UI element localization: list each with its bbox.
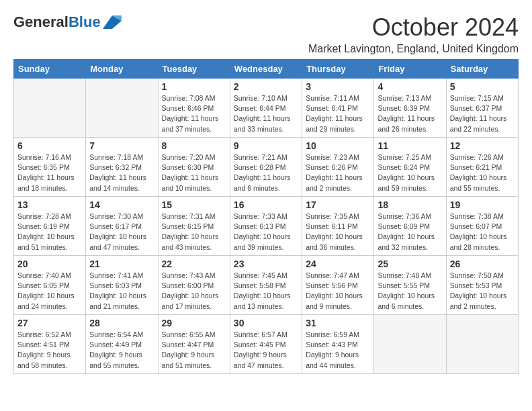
- day-info: Sunrise: 6:54 AMSunset: 4:49 PMDaylight:…: [89, 330, 154, 371]
- header-saturday: Saturday: [446, 60, 518, 79]
- calendar-cell-day-10: 10Sunrise: 7:23 AMSunset: 6:26 PMDayligh…: [302, 138, 374, 197]
- calendar-cell-day-16: 16Sunrise: 7:33 AMSunset: 6:13 PMDayligh…: [230, 197, 302, 256]
- day-info: Sunrise: 7:45 AMSunset: 5:58 PMDaylight:…: [234, 271, 298, 312]
- day-info: Sunrise: 7:16 AMSunset: 6:35 PMDaylight:…: [17, 152, 82, 193]
- day-number: 2: [234, 81, 298, 92]
- calendar-cell-day-31: 31Sunrise: 6:59 AMSunset: 4:43 PMDayligh…: [302, 315, 374, 374]
- header-thursday: Thursday: [302, 60, 374, 79]
- logo-icon: [103, 15, 122, 29]
- day-info: Sunrise: 7:31 AMSunset: 6:15 PMDaylight:…: [162, 212, 226, 253]
- header-friday: Friday: [374, 60, 446, 79]
- day-info: Sunrise: 7:35 AMSunset: 6:11 PMDaylight:…: [306, 212, 370, 253]
- empty-cell: [446, 315, 518, 374]
- calendar-cell-day-15: 15Sunrise: 7:31 AMSunset: 6:15 PMDayligh…: [158, 197, 230, 256]
- day-number: 16: [234, 199, 298, 210]
- calendar-cell-day-2: 2Sunrise: 7:10 AMSunset: 6:44 PMDaylight…: [230, 79, 302, 138]
- day-info: Sunrise: 7:08 AMSunset: 6:46 PMDaylight:…: [162, 93, 226, 134]
- calendar-cell-day-6: 6Sunrise: 7:16 AMSunset: 6:35 PMDaylight…: [14, 138, 86, 197]
- day-info: Sunrise: 7:40 AMSunset: 6:05 PMDaylight:…: [17, 271, 82, 312]
- day-info: Sunrise: 7:20 AMSunset: 6:30 PMDaylight:…: [162, 152, 226, 193]
- calendar-cell-day-25: 25Sunrise: 7:48 AMSunset: 5:55 PMDayligh…: [374, 256, 446, 315]
- day-number: 30: [234, 318, 298, 328]
- calendar-cell-day-23: 23Sunrise: 7:45 AMSunset: 5:58 PMDayligh…: [230, 256, 302, 315]
- empty-cell: [374, 315, 446, 374]
- day-number: 18: [378, 199, 442, 210]
- day-info: Sunrise: 6:55 AMSunset: 4:47 PMDaylight:…: [162, 330, 226, 371]
- day-info: Sunrise: 7:11 AMSunset: 6:41 PMDaylight:…: [306, 93, 370, 134]
- calendar-page: General Blue October 2024 Market Lavingt…: [0, 0, 532, 381]
- day-number: 1: [162, 81, 226, 92]
- day-number: 20: [17, 259, 82, 269]
- day-info: Sunrise: 7:13 AMSunset: 6:39 PMDaylight:…: [378, 93, 442, 134]
- day-number: 10: [306, 140, 370, 151]
- day-number: 25: [378, 259, 442, 269]
- header-monday: Monday: [86, 60, 158, 79]
- header-tuesday: Tuesday: [158, 60, 230, 79]
- calendar-cell-day-8: 8Sunrise: 7:20 AMSunset: 6:30 PMDaylight…: [158, 138, 230, 197]
- day-number: 21: [89, 259, 154, 269]
- calendar-cell-day-21: 21Sunrise: 7:41 AMSunset: 6:03 PMDayligh…: [86, 256, 158, 315]
- day-info: Sunrise: 7:26 AMSunset: 6:21 PMDaylight:…: [450, 152, 515, 193]
- day-info: Sunrise: 7:36 AMSunset: 6:09 PMDaylight:…: [378, 212, 442, 253]
- calendar-cell-day-5: 5Sunrise: 7:15 AMSunset: 6:37 PMDaylight…: [446, 79, 518, 138]
- title-block: October 2024 Market Lavington, England, …: [308, 13, 519, 55]
- day-info: Sunrise: 7:18 AMSunset: 6:32 PMDaylight:…: [89, 152, 154, 193]
- header-sunday: Sunday: [14, 60, 86, 79]
- calendar-table: SundayMondayTuesdayWednesdayThursdayFrid…: [13, 59, 519, 374]
- header-wednesday: Wednesday: [230, 60, 302, 79]
- calendar-cell-day-26: 26Sunrise: 7:50 AMSunset: 5:53 PMDayligh…: [446, 256, 518, 315]
- calendar-cell-day-28: 28Sunrise: 6:54 AMSunset: 4:49 PMDayligh…: [86, 315, 158, 374]
- day-number: 22: [162, 259, 226, 269]
- month-title: October 2024: [308, 13, 519, 42]
- day-info: Sunrise: 7:10 AMSunset: 6:44 PMDaylight:…: [234, 93, 298, 134]
- day-info: Sunrise: 7:50 AMSunset: 5:53 PMDaylight:…: [450, 271, 515, 312]
- day-number: 13: [17, 199, 82, 210]
- calendar-cell-day-3: 3Sunrise: 7:11 AMSunset: 6:41 PMDaylight…: [302, 79, 374, 138]
- day-info: Sunrise: 7:30 AMSunset: 6:17 PMDaylight:…: [89, 212, 154, 253]
- calendar-cell-day-11: 11Sunrise: 7:25 AMSunset: 6:24 PMDayligh…: [374, 138, 446, 197]
- day-info: Sunrise: 7:15 AMSunset: 6:37 PMDaylight:…: [450, 93, 515, 134]
- day-number: 31: [306, 318, 370, 328]
- day-number: 17: [306, 199, 370, 210]
- calendar-cell-day-1: 1Sunrise: 7:08 AMSunset: 6:46 PMDaylight…: [158, 79, 230, 138]
- day-number: 23: [234, 259, 298, 269]
- calendar-cell-day-4: 4Sunrise: 7:13 AMSunset: 6:39 PMDaylight…: [374, 79, 446, 138]
- day-info: Sunrise: 6:59 AMSunset: 4:43 PMDaylight:…: [306, 330, 370, 371]
- page-header: General Blue October 2024 Market Lavingt…: [13, 13, 519, 55]
- day-number: 26: [450, 259, 515, 269]
- day-number: 5: [450, 81, 515, 92]
- day-number: 4: [378, 81, 442, 92]
- logo: General Blue: [13, 13, 122, 31]
- logo-general: General: [13, 13, 69, 31]
- calendar-cell-day-14: 14Sunrise: 7:30 AMSunset: 6:17 PMDayligh…: [86, 197, 158, 256]
- day-number: 14: [89, 199, 154, 210]
- day-number: 24: [306, 259, 370, 269]
- calendar-cell-day-9: 9Sunrise: 7:21 AMSunset: 6:28 PMDaylight…: [230, 138, 302, 197]
- day-info: Sunrise: 7:33 AMSunset: 6:13 PMDaylight:…: [234, 212, 298, 253]
- day-info: Sunrise: 7:41 AMSunset: 6:03 PMDaylight:…: [89, 271, 154, 312]
- day-info: Sunrise: 7:43 AMSunset: 6:00 PMDaylight:…: [162, 271, 226, 312]
- calendar-cell-day-13: 13Sunrise: 7:28 AMSunset: 6:19 PMDayligh…: [14, 197, 86, 256]
- day-info: Sunrise: 7:28 AMSunset: 6:19 PMDaylight:…: [17, 212, 82, 253]
- calendar-week-row: 27Sunrise: 6:52 AMSunset: 4:51 PMDayligh…: [14, 315, 519, 374]
- day-info: Sunrise: 6:52 AMSunset: 4:51 PMDaylight:…: [17, 330, 82, 371]
- calendar-cell-day-22: 22Sunrise: 7:43 AMSunset: 6:00 PMDayligh…: [158, 256, 230, 315]
- day-info: Sunrise: 7:21 AMSunset: 6:28 PMDaylight:…: [234, 152, 298, 193]
- logo-blue-text: Blue: [69, 13, 101, 31]
- day-number: 6: [17, 140, 82, 151]
- calendar-week-row: 13Sunrise: 7:28 AMSunset: 6:19 PMDayligh…: [14, 197, 519, 256]
- day-number: 19: [450, 199, 515, 210]
- day-info: Sunrise: 7:48 AMSunset: 5:55 PMDaylight:…: [378, 271, 442, 312]
- location: Market Lavington, England, United Kingdo…: [308, 43, 519, 55]
- calendar-cell-day-18: 18Sunrise: 7:36 AMSunset: 6:09 PMDayligh…: [374, 197, 446, 256]
- calendar-week-row: 6Sunrise: 7:16 AMSunset: 6:35 PMDaylight…: [14, 138, 519, 197]
- day-number: 12: [450, 140, 515, 151]
- day-number: 3: [306, 81, 370, 92]
- calendar-cell-day-19: 19Sunrise: 7:38 AMSunset: 6:07 PMDayligh…: [446, 197, 518, 256]
- calendar-header-row: SundayMondayTuesdayWednesdayThursdayFrid…: [14, 60, 519, 79]
- day-info: Sunrise: 7:47 AMSunset: 5:56 PMDaylight:…: [306, 271, 370, 312]
- day-info: Sunrise: 7:25 AMSunset: 6:24 PMDaylight:…: [378, 152, 442, 193]
- day-info: Sunrise: 6:57 AMSunset: 4:45 PMDaylight:…: [234, 330, 298, 371]
- calendar-cell-day-20: 20Sunrise: 7:40 AMSunset: 6:05 PMDayligh…: [14, 256, 86, 315]
- calendar-week-row: 1Sunrise: 7:08 AMSunset: 6:46 PMDaylight…: [14, 79, 519, 138]
